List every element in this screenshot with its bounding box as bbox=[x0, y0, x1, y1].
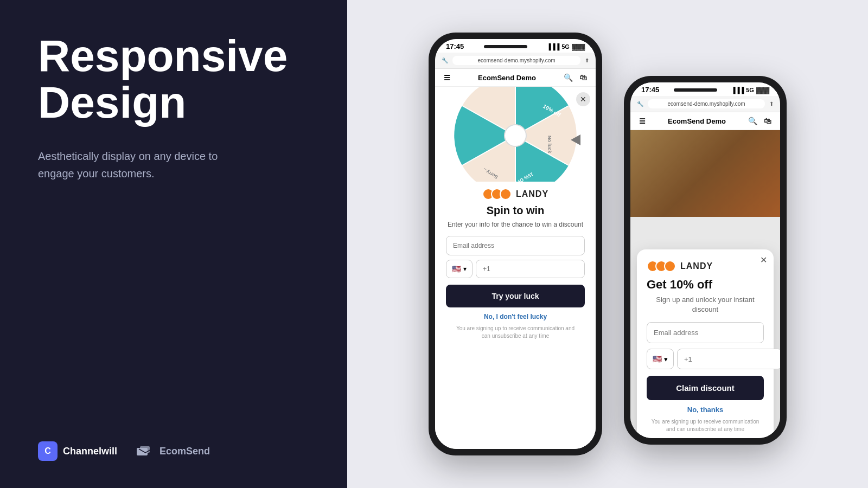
landy-circles-right bbox=[647, 260, 676, 272]
battery-icon-right: ▓▓▓ bbox=[756, 87, 769, 93]
flag-emoji-right: 🇺🇸 bbox=[653, 355, 662, 363]
phone-left-inner: 17:45 ▐▐▐ 5G ▓▓▓ 🔧 ecomsend-demo.myshopi… bbox=[435, 39, 596, 449]
flag-chevron-right: ▾ bbox=[664, 355, 668, 363]
browser-share-icon-right: ⬆ bbox=[769, 101, 774, 107]
svg-text:No luck: No luck bbox=[547, 136, 552, 154]
right-popup-title: Get 10% off bbox=[647, 278, 764, 292]
browser-url-left: ecomsend-demo.myshopify.com bbox=[452, 56, 580, 65]
sub-text: Aesthetically display on any device to e… bbox=[38, 147, 255, 182]
landy-circles-left bbox=[482, 188, 512, 200]
left-content: Responsive Design Aesthetically display … bbox=[38, 33, 309, 182]
phone-right-notch bbox=[674, 88, 717, 92]
phone-right-status-bar: 17:45 ▐▐▐ 5G ▓▓▓ bbox=[630, 82, 780, 96]
phone-left-status-bar: 17:45 ▐▐▐ 5G ▓▓▓ bbox=[435, 39, 596, 53]
phone-right-status-icons: ▐▐▐ 5G ▓▓▓ bbox=[731, 87, 769, 93]
flag-emoji-left: 🇺🇸 bbox=[452, 265, 461, 273]
store-nav-left: ☰ EcomSend Demo 🔍 🛍 bbox=[435, 69, 596, 87]
wheel-svg-container: 10% off No luck 15% OFF Sorry... bbox=[450, 87, 580, 182]
phone-left-browser-bar: 🔧 ecomsend-demo.myshopify.com ⬆ bbox=[435, 53, 596, 69]
phone-right: 17:45 ▐▐▐ 5G ▓▓▓ 🔧 ecomsend-demo.myshopi… bbox=[624, 76, 787, 445]
store-name-left: EcomSend Demo bbox=[478, 74, 536, 82]
svg-rect-1 bbox=[140, 446, 150, 453]
brand-ecomsend: EcomSend bbox=[137, 445, 210, 458]
phone-left-notch bbox=[484, 45, 527, 48]
store-nav-icons-right: 🔍 🛍 bbox=[748, 117, 771, 125]
left-panel: Responsive Design Aesthetically display … bbox=[0, 0, 347, 488]
browser-tool-icon-right: 🔧 bbox=[637, 101, 643, 107]
store-name-right: EcomSend Demo bbox=[668, 117, 726, 125]
hamburger-icon-right[interactable]: ☰ bbox=[639, 117, 646, 125]
browser-url-right: ecomsend-demo.myshopify.com bbox=[648, 99, 765, 108]
right-bg-image bbox=[630, 130, 780, 217]
right-popup-subtitle: Sign up and unlock your instant discount bbox=[647, 295, 764, 314]
landy-brand-text-left: LANDY bbox=[516, 189, 548, 199]
spin-popup-modal: 10% off No luck 15% OFF Sorry... ✕ bbox=[435, 87, 596, 449]
brand-row: C Channelwill EcomSend bbox=[38, 441, 309, 461]
phone-right-time: 17:45 bbox=[641, 86, 659, 94]
network-label: 5G bbox=[561, 43, 570, 50]
browser-share-icon: ⬆ bbox=[585, 57, 589, 63]
main-heading: Responsive Design bbox=[38, 33, 309, 126]
flag-select-right[interactable]: 🇺🇸 ▾ bbox=[647, 349, 674, 369]
phone-input-row-left: 🇺🇸 ▾ bbox=[446, 260, 585, 278]
phone-right-inner: 17:45 ▐▐▐ 5G ▓▓▓ 🔧 ecomsend-demo.myshopi… bbox=[630, 82, 780, 438]
phone-number-input-left[interactable] bbox=[476, 260, 585, 278]
store-nav-right: ☰ EcomSend Demo 🔍 🛍 bbox=[630, 112, 780, 130]
fine-print-left: You are signing up to receive communicat… bbox=[446, 325, 585, 340]
ecomsend-logo-icon bbox=[137, 445, 154, 458]
phone-left-time: 17:45 bbox=[446, 42, 464, 50]
popup-close-button-left[interactable]: ✕ bbox=[576, 92, 590, 106]
wheel-pointer bbox=[571, 134, 580, 145]
battery-icon: ▓▓▓ bbox=[572, 43, 585, 50]
brand-channelwill: C Channelwill bbox=[38, 441, 117, 461]
landy-logo-left: LANDY bbox=[482, 188, 548, 200]
spin-wheel-area: 10% off No luck 15% OFF Sorry... bbox=[435, 87, 596, 182]
right-panel: 17:45 ▐▐▐ 5G ▓▓▓ 🔧 ecomsend-demo.myshopi… bbox=[347, 0, 868, 488]
network-label-right: 5G bbox=[746, 87, 754, 93]
landy-brand-text-right: LANDY bbox=[680, 261, 713, 271]
landy-logo-right: LANDY bbox=[647, 260, 764, 272]
landy-circle-r3 bbox=[664, 260, 676, 272]
landy-circle-3 bbox=[500, 188, 512, 200]
channelwill-icon: C bbox=[38, 441, 58, 461]
try-luck-button[interactable]: Try your luck bbox=[446, 285, 585, 307]
browser-tool-icon: 🔧 bbox=[442, 57, 448, 63]
signal-icon-right: ▐▐▐ bbox=[731, 87, 744, 93]
popup-close-button-right[interactable]: ✕ bbox=[760, 255, 767, 265]
popup-body-left: LANDY Spin to win Enter your info for th… bbox=[435, 182, 596, 345]
phone-input-row-right: 🇺🇸 ▾ bbox=[647, 349, 764, 369]
right-popup-area: ✕ LANDY Get 10% off Sign up and unlock y… bbox=[630, 217, 780, 438]
flag-chevron-left: ▾ bbox=[463, 265, 467, 273]
hamburger-icon[interactable]: ☰ bbox=[444, 74, 450, 82]
email-input-right[interactable] bbox=[647, 322, 764, 343]
claim-discount-modal: ✕ LANDY Get 10% off Sign up and unlock y… bbox=[637, 249, 774, 438]
phone-number-input-right[interactable] bbox=[677, 349, 780, 369]
popup-title-left: Spin to win bbox=[487, 204, 545, 217]
flag-select-left[interactable]: 🇺🇸 ▾ bbox=[446, 260, 473, 278]
search-icon-right[interactable]: 🔍 bbox=[748, 117, 757, 125]
claim-discount-button[interactable]: Claim discount bbox=[647, 376, 764, 400]
phone-left: 17:45 ▐▐▐ 5G ▓▓▓ 🔧 ecomsend-demo.myshopi… bbox=[429, 33, 602, 455]
cart-icon[interactable]: 🛍 bbox=[579, 73, 587, 82]
cart-icon-right[interactable]: 🛍 bbox=[764, 117, 771, 125]
no-thanks-left[interactable]: No, I don't feel lucky bbox=[484, 313, 547, 320]
email-input-left[interactable] bbox=[446, 236, 585, 255]
bg-image-overlay bbox=[630, 130, 780, 217]
store-nav-icons-left: 🔍 🛍 bbox=[564, 73, 587, 82]
search-icon[interactable]: 🔍 bbox=[564, 73, 573, 82]
phone-right-browser-bar: 🔧 ecomsend-demo.myshopify.com ⬆ bbox=[630, 96, 780, 112]
popup-area-left: 10% off No luck 15% OFF Sorry... ✕ bbox=[435, 87, 596, 449]
popup-subtitle-left: Enter your info for the chance to win a … bbox=[448, 220, 583, 229]
no-thanks-right[interactable]: No, thanks bbox=[647, 406, 764, 414]
phone-left-status-icons: ▐▐▐ 5G ▓▓▓ bbox=[547, 43, 585, 50]
svg-point-8 bbox=[505, 125, 526, 146]
signal-icon: ▐▐▐ bbox=[547, 43, 559, 50]
fine-print-right: You are signing up to receive communicat… bbox=[647, 418, 764, 433]
